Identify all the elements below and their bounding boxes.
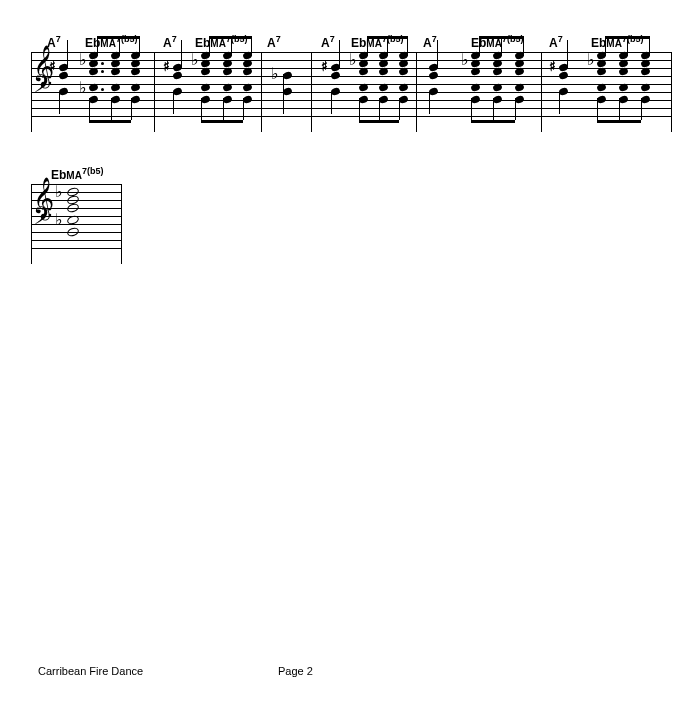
song-title: Carribean Fire Dance	[38, 665, 143, 677]
barline	[416, 52, 417, 132]
beam	[89, 120, 131, 123]
notehead	[514, 67, 525, 77]
barline	[31, 184, 32, 264]
stem	[627, 36, 628, 56]
chord-symbol: A7	[423, 34, 437, 50]
stem	[251, 36, 252, 56]
stem	[367, 36, 368, 56]
barline	[261, 52, 262, 132]
stem	[567, 40, 568, 68]
grand-staff-1: 𝄞 ♯ ♭	[31, 52, 671, 116]
chord-symbol: A7	[163, 34, 177, 50]
notehead	[358, 67, 369, 77]
whole-note	[66, 226, 80, 238]
notehead	[130, 67, 141, 77]
notehead	[200, 67, 211, 77]
system-2: EbMA7(b5) 𝄞 ♭ 𝄢 ♭	[31, 166, 121, 248]
treble-staff-1: 𝄞 ♯ ♭	[31, 52, 671, 84]
notehead	[398, 83, 409, 93]
dot	[101, 70, 104, 73]
chord-symbol: A7	[549, 34, 563, 50]
notehead	[596, 67, 607, 77]
notehead	[558, 71, 569, 81]
chord-symbol: EbMA7(b5)	[51, 166, 103, 182]
flat-accidental: ♭	[79, 52, 87, 68]
stem	[437, 40, 438, 68]
barline	[31, 52, 32, 132]
flat-accidental: ♭	[191, 52, 199, 68]
notehead	[470, 83, 481, 93]
beam	[97, 36, 139, 39]
score-area: A7EbMA7(b5)A7EbMA7(b5)A7A7EbMA7(b5)A7EbM…	[31, 34, 671, 298]
notehead	[492, 83, 503, 93]
sharp-accidental: ♯	[549, 60, 556, 74]
dot	[101, 88, 104, 91]
stem	[243, 98, 244, 120]
stem	[209, 36, 210, 56]
flat-accidental: ♭	[349, 52, 357, 68]
stem	[59, 92, 60, 114]
notehead	[242, 67, 253, 77]
notehead	[470, 67, 481, 77]
notehead	[358, 83, 369, 93]
stem	[649, 36, 650, 56]
bass-notes-2: ♭	[31, 216, 121, 248]
stem	[387, 36, 388, 56]
stem	[523, 36, 524, 56]
notehead	[58, 71, 69, 81]
sharp-accidental: ♯	[321, 60, 328, 74]
stem	[641, 98, 642, 120]
notehead	[378, 83, 389, 93]
stem	[429, 92, 430, 114]
notehead	[200, 83, 211, 93]
barline	[541, 52, 542, 132]
flat-accidental: ♭	[79, 80, 87, 96]
notehead	[88, 83, 99, 93]
stem	[89, 98, 90, 120]
bass-notes-1: ♭	[31, 84, 671, 116]
notehead	[428, 71, 439, 81]
stem	[111, 98, 112, 120]
stem	[131, 98, 132, 120]
sharp-accidental: ♯	[163, 60, 170, 74]
notehead	[110, 83, 121, 93]
notehead	[514, 83, 525, 93]
stem	[471, 98, 472, 120]
stem	[139, 36, 140, 56]
flat-accidental: ♭	[55, 212, 63, 228]
stem	[501, 36, 502, 56]
stem	[605, 36, 606, 56]
chord-symbol: A7	[267, 34, 281, 50]
beam	[201, 120, 243, 123]
stem	[223, 98, 224, 120]
stem	[231, 36, 232, 56]
notehead	[222, 83, 233, 93]
barline	[121, 184, 122, 264]
notehead	[492, 67, 503, 77]
whole-note	[66, 214, 80, 226]
bass-staff-1: 𝄢 ♭	[31, 84, 671, 116]
notehead	[640, 67, 651, 77]
notehead	[110, 67, 121, 77]
stem	[515, 98, 516, 120]
page-number: Page 2	[278, 665, 313, 677]
beam	[209, 36, 251, 39]
notehead	[242, 83, 253, 93]
stem	[201, 98, 202, 120]
notehead	[596, 83, 607, 93]
stem	[619, 98, 620, 120]
stem	[339, 40, 340, 68]
dot	[101, 62, 104, 65]
beam	[471, 120, 515, 123]
notehead	[88, 67, 99, 77]
barline	[671, 52, 672, 132]
chord-symbol: A7	[321, 34, 335, 50]
system-1: A7EbMA7(b5)A7EbMA7(b5)A7A7EbMA7(b5)A7EbM…	[31, 34, 671, 116]
stem	[379, 98, 380, 120]
flat-accidental: ♭	[587, 52, 595, 68]
flat-accidental: ♭	[461, 52, 469, 68]
notehead	[618, 67, 629, 77]
notehead	[172, 71, 183, 81]
stem	[331, 92, 332, 114]
stem	[283, 92, 284, 114]
